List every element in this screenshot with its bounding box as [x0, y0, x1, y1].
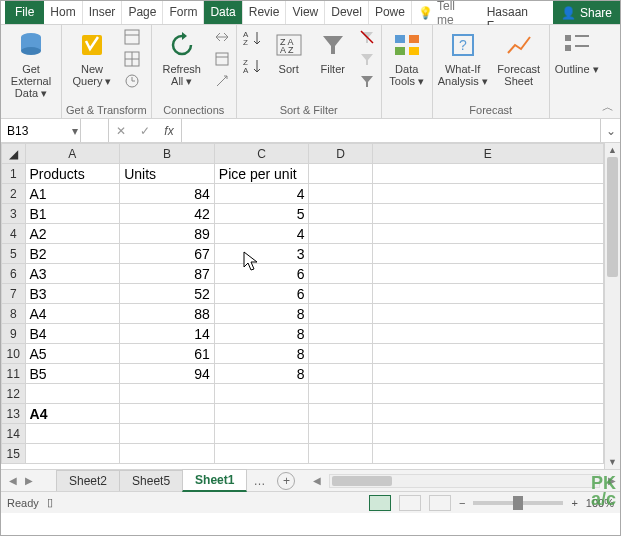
cell[interactable]: Units — [120, 164, 215, 184]
scroll-down-button[interactable]: ▼ — [605, 455, 620, 469]
cell[interactable] — [372, 244, 603, 264]
tab-insert[interactable]: Inser — [83, 1, 123, 24]
cell[interactable] — [372, 224, 603, 244]
column-header[interactable]: C — [214, 144, 309, 164]
select-all-cell[interactable]: ◢ — [2, 144, 26, 164]
cell[interactable] — [25, 384, 120, 404]
get-external-data-button[interactable]: Get External Data ▾ — [5, 27, 57, 100]
vertical-scrollbar[interactable]: ▲ ▼ — [604, 143, 620, 469]
row-header[interactable]: 7 — [2, 284, 26, 304]
row-header[interactable]: 4 — [2, 224, 26, 244]
cell[interactable] — [309, 344, 372, 364]
hscroll-left[interactable]: ◀ — [309, 475, 325, 486]
cell[interactable] — [309, 444, 372, 464]
cell[interactable]: 89 — [120, 224, 215, 244]
enter-formula-button[interactable]: ✓ — [133, 119, 157, 142]
recent-sources-button[interactable] — [122, 71, 142, 91]
cell[interactable] — [309, 204, 372, 224]
cell[interactable] — [309, 324, 372, 344]
tab-review[interactable]: Revie — [243, 1, 287, 24]
row-header[interactable]: 11 — [2, 364, 26, 384]
horizontal-scrollbar[interactable] — [329, 474, 600, 488]
cell[interactable] — [372, 264, 603, 284]
from-table-button[interactable] — [122, 49, 142, 69]
sheet-nav-prev[interactable]: ◀ — [5, 475, 21, 486]
collapse-ribbon-button[interactable]: ︿ — [602, 99, 614, 116]
expand-formula-bar-button[interactable]: ⌄ — [600, 119, 620, 142]
sort-button[interactable]: Z AA Z Sort — [269, 27, 309, 75]
cell[interactable] — [309, 244, 372, 264]
cell[interactable]: 8 — [214, 304, 309, 324]
sheet-tabs-more[interactable]: … — [247, 474, 271, 488]
filter-button[interactable]: Filter — [313, 27, 353, 75]
cell[interactable] — [214, 404, 309, 424]
insert-function-button[interactable]: fx — [157, 119, 181, 142]
cell[interactable] — [120, 444, 215, 464]
cell[interactable]: 52 — [120, 284, 215, 304]
row-header[interactable]: 9 — [2, 324, 26, 344]
name-box[interactable]: B13 ▾ — [1, 119, 81, 142]
cell[interactable] — [372, 364, 603, 384]
advanced-filter-button[interactable] — [357, 71, 377, 91]
cell[interactable]: 67 — [120, 244, 215, 264]
cell[interactable] — [309, 164, 372, 184]
row-header[interactable]: 1 — [2, 164, 26, 184]
new-sheet-button[interactable]: + — [277, 472, 295, 490]
zoom-out-button[interactable]: − — [459, 497, 465, 509]
cell[interactable]: 87 — [120, 264, 215, 284]
sort-ascending-button[interactable]: AZ — [241, 27, 265, 51]
cell[interactable] — [25, 424, 120, 444]
row-header[interactable]: 10 — [2, 344, 26, 364]
row-header[interactable]: 14 — [2, 424, 26, 444]
refresh-all-button[interactable]: Refresh All ▾ — [156, 27, 208, 88]
cell[interactable]: A4 — [25, 304, 120, 324]
cell[interactable]: 14 — [120, 324, 215, 344]
row-header[interactable]: 13 — [2, 404, 26, 424]
edit-links-button[interactable] — [212, 71, 232, 91]
row-header[interactable]: 15 — [2, 444, 26, 464]
cell[interactable] — [214, 444, 309, 464]
what-if-analysis-button[interactable]: ? What-If Analysis ▾ — [437, 27, 489, 88]
tab-file[interactable]: File — [5, 1, 44, 24]
cell[interactable]: 94 — [120, 364, 215, 384]
cell[interactable] — [25, 444, 120, 464]
clear-filter-button[interactable] — [357, 27, 377, 47]
cell[interactable]: 4 — [214, 224, 309, 244]
cell[interactable]: 5 — [214, 204, 309, 224]
column-header[interactable]: A — [25, 144, 120, 164]
chevron-down-icon[interactable]: ▾ — [72, 124, 78, 138]
cell[interactable]: 8 — [214, 344, 309, 364]
share-button[interactable]: 👤 Share — [553, 1, 620, 24]
row-header[interactable]: 12 — [2, 384, 26, 404]
row-header[interactable]: 8 — [2, 304, 26, 324]
cell[interactable] — [214, 424, 309, 444]
tab-view[interactable]: View — [286, 1, 325, 24]
cell[interactable] — [372, 284, 603, 304]
cell[interactable]: 88 — [120, 304, 215, 324]
cell[interactable]: 61 — [120, 344, 215, 364]
cell[interactable] — [309, 384, 372, 404]
cell[interactable] — [309, 224, 372, 244]
column-header[interactable]: E — [372, 144, 603, 164]
cell[interactable] — [309, 284, 372, 304]
cell[interactable] — [309, 364, 372, 384]
cell[interactable] — [372, 324, 603, 344]
formula-input[interactable] — [181, 119, 600, 142]
cell[interactable] — [372, 384, 603, 404]
cell[interactable] — [120, 424, 215, 444]
tab-formulas[interactable]: Form — [163, 1, 204, 24]
cell[interactable]: B2 — [25, 244, 120, 264]
cell[interactable]: 42 — [120, 204, 215, 224]
cancel-formula-button[interactable]: ✕ — [109, 119, 133, 142]
cell[interactable] — [372, 304, 603, 324]
cell[interactable]: B3 — [25, 284, 120, 304]
row-header[interactable]: 3 — [2, 204, 26, 224]
sheet-tab-sheet2[interactable]: Sheet2 — [56, 470, 120, 491]
zoom-level[interactable]: 100% — [586, 497, 614, 509]
cell[interactable]: Pice per unit — [214, 164, 309, 184]
cell[interactable]: 4 — [214, 184, 309, 204]
cell[interactable]: B1 — [25, 204, 120, 224]
tab-power[interactable]: Powe — [369, 1, 412, 24]
forecast-sheet-button[interactable]: Forecast Sheet — [493, 27, 545, 87]
cell[interactable]: Products — [25, 164, 120, 184]
